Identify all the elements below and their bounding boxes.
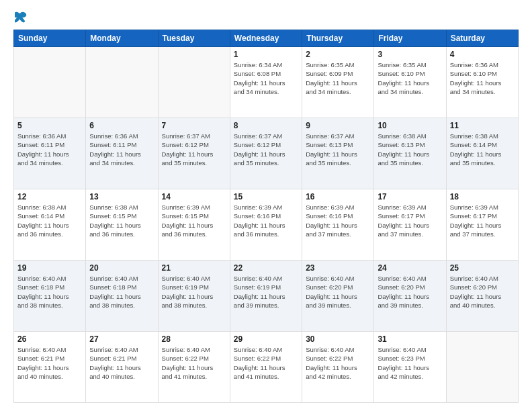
day-number: 29 [234,334,298,344]
calendar-header-sunday: Sunday [14,30,86,47]
day-number: 17 [378,192,442,201]
day-number: 24 [378,263,442,273]
calendar-day-cell: 12Sunrise: 6:38 AM Sunset: 6:14 PM Dayli… [14,189,86,261]
day-info: Sunrise: 6:39 AM Sunset: 6:15 PM Dayligh… [162,203,226,238]
calendar-week-row: 26Sunrise: 6:40 AM Sunset: 6:21 PM Dayli… [14,332,519,403]
day-info: Sunrise: 6:39 AM Sunset: 6:17 PM Dayligh… [378,203,442,238]
day-number: 10 [378,121,442,130]
day-info: Sunrise: 6:37 AM Sunset: 6:12 PM Dayligh… [162,132,226,167]
day-info: Sunrise: 6:40 AM Sunset: 6:20 PM Dayligh… [450,274,515,310]
day-info: Sunrise: 6:38 AM Sunset: 6:15 PM Dayligh… [89,203,154,238]
calendar-day-cell: 2Sunrise: 6:35 AM Sunset: 6:09 PM Daylig… [302,47,374,118]
day-number: 9 [306,121,370,130]
day-number: 18 [450,192,515,201]
day-number: 30 [306,334,370,344]
calendar-day-cell: 7Sunrise: 6:37 AM Sunset: 6:12 PM Daylig… [158,118,230,189]
day-info: Sunrise: 6:38 AM Sunset: 6:14 PM Dayligh… [17,203,82,238]
calendar-day-cell [158,47,230,118]
calendar-header-tuesday: Tuesday [158,30,230,47]
day-info: Sunrise: 6:40 AM Sunset: 6:23 PM Dayligh… [378,345,442,381]
header [13,11,519,23]
day-number: 26 [17,334,82,344]
calendar-day-cell: 16Sunrise: 6:39 AM Sunset: 6:16 PM Dayli… [302,189,374,261]
calendar-day-cell: 11Sunrise: 6:38 AM Sunset: 6:14 PM Dayli… [446,118,518,189]
day-info: Sunrise: 6:40 AM Sunset: 6:21 PM Dayligh… [17,345,82,381]
day-number: 2 [306,50,370,59]
day-number: 23 [306,263,370,273]
calendar-day-cell: 25Sunrise: 6:40 AM Sunset: 6:20 PM Dayli… [446,261,518,332]
calendar-day-cell: 29Sunrise: 6:40 AM Sunset: 6:22 PM Dayli… [230,332,302,403]
calendar-week-row: 5Sunrise: 6:36 AM Sunset: 6:11 PM Daylig… [14,118,519,189]
calendar-day-cell: 31Sunrise: 6:40 AM Sunset: 6:23 PM Dayli… [374,332,446,403]
calendar-day-cell: 13Sunrise: 6:38 AM Sunset: 6:15 PM Dayli… [86,189,158,261]
calendar-day-cell: 1Sunrise: 6:34 AM Sunset: 6:08 PM Daylig… [230,47,302,118]
day-info: Sunrise: 6:37 AM Sunset: 6:13 PM Dayligh… [306,132,370,167]
calendar-week-row: 12Sunrise: 6:38 AM Sunset: 6:14 PM Dayli… [14,189,519,261]
calendar-header-friday: Friday [374,30,446,47]
day-info: Sunrise: 6:40 AM Sunset: 6:21 PM Dayligh… [89,345,154,381]
calendar-day-cell: 30Sunrise: 6:40 AM Sunset: 6:22 PM Dayli… [302,332,374,403]
day-info: Sunrise: 6:38 AM Sunset: 6:14 PM Dayligh… [450,132,515,167]
calendar-header-saturday: Saturday [446,30,518,47]
day-info: Sunrise: 6:37 AM Sunset: 6:12 PM Dayligh… [234,132,298,167]
day-info: Sunrise: 6:36 AM Sunset: 6:11 PM Dayligh… [17,132,82,167]
day-number: 21 [162,263,226,273]
calendar-day-cell: 10Sunrise: 6:38 AM Sunset: 6:13 PM Dayli… [374,118,446,189]
calendar-header-monday: Monday [86,30,158,47]
calendar-week-row: 19Sunrise: 6:40 AM Sunset: 6:18 PM Dayli… [14,261,519,332]
day-number: 20 [89,263,154,273]
calendar-day-cell: 15Sunrise: 6:39 AM Sunset: 6:16 PM Dayli… [230,189,302,261]
day-info: Sunrise: 6:40 AM Sunset: 6:18 PM Dayligh… [17,274,82,310]
calendar-day-cell: 18Sunrise: 6:39 AM Sunset: 6:17 PM Dayli… [446,189,518,261]
day-info: Sunrise: 6:35 AM Sunset: 6:10 PM Dayligh… [378,60,442,96]
day-number: 1 [234,50,298,59]
calendar-day-cell: 9Sunrise: 6:37 AM Sunset: 6:13 PM Daylig… [302,118,374,189]
day-number: 8 [234,121,298,130]
day-info: Sunrise: 6:36 AM Sunset: 6:11 PM Dayligh… [89,132,154,167]
day-number: 4 [450,50,515,59]
calendar-day-cell [14,47,86,118]
calendar-day-cell [86,47,158,118]
calendar-day-cell: 19Sunrise: 6:40 AM Sunset: 6:18 PM Dayli… [14,261,86,332]
calendar-day-cell: 5Sunrise: 6:36 AM Sunset: 6:11 PM Daylig… [14,118,86,189]
page: SundayMondayTuesdayWednesdayThursdayFrid… [0,0,532,411]
calendar-day-cell: 3Sunrise: 6:35 AM Sunset: 6:10 PM Daylig… [374,47,446,118]
calendar-day-cell: 24Sunrise: 6:40 AM Sunset: 6:20 PM Dayli… [374,261,446,332]
day-info: Sunrise: 6:40 AM Sunset: 6:20 PM Dayligh… [378,274,442,310]
calendar-day-cell: 20Sunrise: 6:40 AM Sunset: 6:18 PM Dayli… [86,261,158,332]
day-info: Sunrise: 6:40 AM Sunset: 6:18 PM Dayligh… [89,274,154,310]
day-info: Sunrise: 6:40 AM Sunset: 6:19 PM Dayligh… [162,274,226,310]
calendar-day-cell: 6Sunrise: 6:36 AM Sunset: 6:11 PM Daylig… [86,118,158,189]
day-number: 16 [306,192,370,201]
day-number: 25 [450,263,515,273]
calendar-day-cell: 23Sunrise: 6:40 AM Sunset: 6:20 PM Dayli… [302,261,374,332]
calendar-day-cell: 21Sunrise: 6:40 AM Sunset: 6:19 PM Dayli… [158,261,230,332]
day-number: 15 [234,192,298,201]
day-number: 22 [234,263,298,273]
calendar-header-row: SundayMondayTuesdayWednesdayThursdayFrid… [14,30,519,47]
logo [13,11,27,23]
day-info: Sunrise: 6:36 AM Sunset: 6:10 PM Dayligh… [450,60,515,96]
day-number: 27 [89,334,154,344]
day-info: Sunrise: 6:34 AM Sunset: 6:08 PM Dayligh… [234,60,298,96]
day-info: Sunrise: 6:40 AM Sunset: 6:22 PM Dayligh… [306,345,370,381]
day-info: Sunrise: 6:39 AM Sunset: 6:16 PM Dayligh… [306,203,370,238]
calendar-table: SundayMondayTuesdayWednesdayThursdayFrid… [13,30,519,403]
calendar-day-cell: 26Sunrise: 6:40 AM Sunset: 6:21 PM Dayli… [14,332,86,403]
day-info: Sunrise: 6:35 AM Sunset: 6:09 PM Dayligh… [306,60,370,96]
day-info: Sunrise: 6:39 AM Sunset: 6:16 PM Dayligh… [234,203,298,238]
day-number: 7 [162,121,226,130]
day-info: Sunrise: 6:40 AM Sunset: 6:19 PM Dayligh… [234,274,298,310]
day-number: 19 [17,263,82,273]
day-info: Sunrise: 6:40 AM Sunset: 6:22 PM Dayligh… [162,345,226,381]
day-number: 28 [162,334,226,344]
day-number: 13 [89,192,154,201]
calendar-week-row: 1Sunrise: 6:34 AM Sunset: 6:08 PM Daylig… [14,47,519,118]
calendar-header-wednesday: Wednesday [230,30,302,47]
day-info: Sunrise: 6:38 AM Sunset: 6:13 PM Dayligh… [378,132,442,167]
calendar-header-thursday: Thursday [302,30,374,47]
day-number: 11 [450,121,515,130]
day-number: 14 [162,192,226,201]
calendar-day-cell: 14Sunrise: 6:39 AM Sunset: 6:15 PM Dayli… [158,189,230,261]
calendar-day-cell: 28Sunrise: 6:40 AM Sunset: 6:22 PM Dayli… [158,332,230,403]
